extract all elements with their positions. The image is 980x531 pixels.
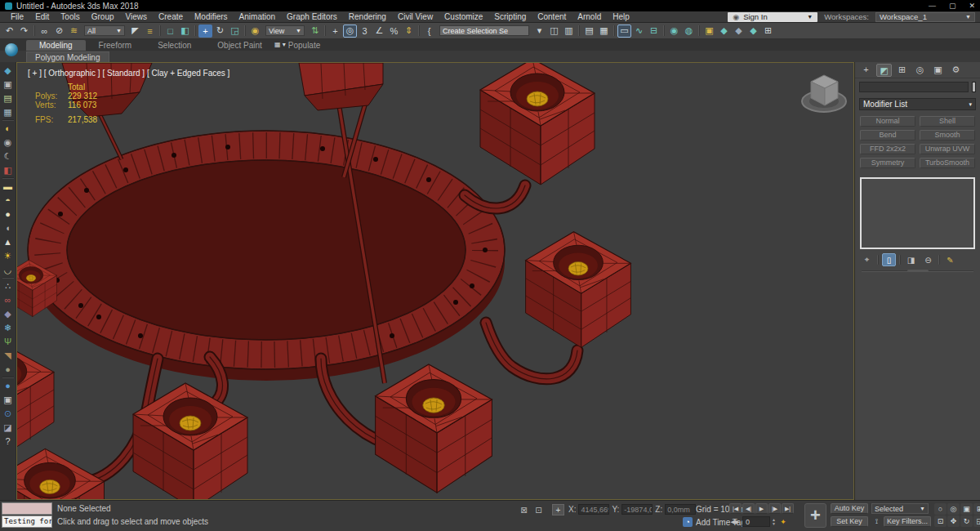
orbit-icon[interactable]: ↻ [960, 515, 973, 527]
go-to-end-button[interactable]: ▶| [782, 503, 794, 514]
next-frame-button[interactable]: |▶ [768, 503, 781, 514]
zoom-extents-icon[interactable]: ▣ [960, 503, 973, 515]
menu-arnold[interactable]: Arnold [572, 12, 607, 21]
menu-group[interactable]: Group [86, 12, 120, 21]
pan-icon[interactable]: ✥ [947, 515, 960, 527]
ffd-2x2x2-button[interactable]: FFD 2x2x2 [860, 144, 915, 154]
particles-icon[interactable]: ∴ [2, 279, 15, 292]
viewport[interactable]: [ + ] [ Orthographic ] [ Standard ] [ Cl… [16, 62, 854, 500]
zoom-extents-all-icon[interactable]: ⊞ [973, 503, 980, 515]
panel-divider[interactable] [862, 270, 973, 272]
select-and-rotate-icon[interactable]: ↻ [213, 25, 227, 38]
workspace-grid-icon[interactable]: ⊞ [761, 25, 775, 38]
molecule-icon[interactable]: ∞ [2, 293, 15, 306]
select-object-icon[interactable]: ◤ [128, 25, 142, 38]
menu-modifiers[interactable]: Modifiers [189, 12, 234, 21]
menu-content[interactable]: Content [532, 12, 572, 21]
maxscript-listener-line[interactable]: Testing for i [2, 515, 52, 528]
spreadsheet-icon[interactable]: ▦ [2, 105, 15, 118]
play-button[interactable]: ▶ [755, 503, 768, 514]
activeshade-icon[interactable]: ◆ [746, 25, 760, 38]
key-set-dropdown[interactable]: Selected ▼ [871, 503, 929, 514]
auto-key-button[interactable]: Auto Key [831, 503, 868, 514]
bend-button[interactable]: Bend [860, 130, 915, 141]
menu-rendering[interactable]: Rendering [343, 12, 392, 21]
render-preview-icon[interactable]: ▣ [2, 78, 15, 91]
unwrap-uvw-button[interactable]: Unwrap UVW [920, 144, 975, 154]
previous-frame-button[interactable]: ◀| [742, 503, 755, 514]
display-tab-icon[interactable]: ▣ [930, 64, 946, 77]
select-by-name-icon[interactable]: ≡ [143, 25, 157, 38]
bird-icon[interactable]: ◥ [2, 349, 15, 362]
dome-primitive-icon[interactable]: ◓ [2, 194, 15, 207]
object-name-field[interactable] [859, 82, 969, 92]
render-iterative-icon[interactable]: ◆ [732, 25, 746, 38]
menu-civil-view[interactable]: Civil View [392, 12, 439, 21]
spinner-snap-icon[interactable]: ⇕ [402, 25, 416, 38]
y-coordinate-field[interactable]: -19874,05 [621, 504, 653, 515]
ribbon-tab-selection[interactable]: Selection [145, 40, 204, 51]
motion-tab-icon[interactable]: ◎ [912, 64, 928, 77]
shell-button[interactable]: Shell [920, 116, 975, 127]
menu-edit[interactable]: Edit [29, 12, 55, 21]
select-and-link-icon[interactable]: ∞ [38, 25, 51, 38]
rectangular-selection-region-icon[interactable]: □ [163, 25, 177, 38]
menu-graph-editors[interactable]: Graph Editors [281, 12, 343, 21]
ribbon-tab-modeling[interactable]: Modeling [26, 40, 86, 51]
teapot-primitive-icon[interactable]: ◖ [2, 221, 15, 234]
cutter-icon[interactable]: ◪ [2, 421, 15, 434]
clapper-icon[interactable]: ◧ [2, 163, 15, 176]
sphere-primitive-icon[interactable]: ● [2, 207, 15, 221]
named-sets-dropdown-icon[interactable]: ▾ [532, 25, 546, 38]
current-frame-field[interactable]: 0 [742, 516, 770, 527]
menu-views[interactable]: Views [120, 12, 154, 21]
select-and-scale-icon[interactable]: ◲ [228, 25, 242, 38]
modifier-list-dropdown[interactable]: Modifier List ▾ [859, 98, 976, 110]
redo-icon[interactable]: ↷ [17, 25, 31, 38]
go-to-start-button[interactable]: |◀ [729, 503, 742, 514]
ribbon-overflow-icon[interactable]: ▦ ▾ [268, 40, 292, 49]
rendered-frame-window-icon[interactable]: ▣ [702, 25, 716, 38]
menu-file[interactable]: File [5, 12, 29, 21]
unlink-selection-icon[interactable]: ⊘ [52, 25, 66, 38]
mirror-icon[interactable]: ◫ [547, 25, 561, 38]
frame-spinner[interactable]: ▲ ▼ [772, 518, 776, 526]
render-setup-icon[interactable]: ◍ [682, 25, 696, 38]
reference-coordinate-dropdown[interactable]: View ▼ [265, 25, 305, 36]
help-icon[interactable]: ? [2, 435, 15, 448]
normal-button[interactable]: Normal [860, 116, 915, 127]
smooth-button[interactable]: Smooth [920, 130, 975, 141]
zoom-region-icon[interactable]: ⊡ [934, 515, 947, 527]
z-coordinate-field[interactable]: 0,0mm [665, 504, 696, 515]
material-editor-icon[interactable]: ◉ [667, 25, 681, 38]
select-and-move-icon[interactable]: + [198, 25, 212, 38]
render-teapot-icon[interactable]: ◆ [2, 64, 15, 77]
isolate-selection-icon[interactable]: ⊠ [518, 504, 530, 515]
object-color-swatch[interactable] [972, 82, 976, 92]
pin-stack-icon[interactable]: ⌖ [860, 253, 874, 266]
selection-lock-icon[interactable]: ⊡ [532, 504, 545, 515]
close-button[interactable]: ✕ [969, 2, 975, 10]
symmetry-button[interactable]: Symmetry [860, 158, 915, 168]
layer-explorer-icon[interactable]: ▦ [597, 25, 611, 38]
viewport-label[interactable]: [ + ] [ Orthographic ] [ Standard ] [ Cl… [28, 69, 229, 78]
sign-in-button[interactable]: ◉ Sign In ▼ [728, 12, 817, 22]
snow-icon[interactable]: ❄ [2, 321, 15, 334]
selection-filter-dropdown[interactable]: All ▼ [84, 25, 125, 36]
align-icon[interactable]: ▥ [562, 25, 576, 38]
workspace-dropdown[interactable]: Workspace_1 ▼ [875, 12, 975, 22]
bind-to-space-warp-icon[interactable]: ≋ [67, 25, 81, 38]
zoom-icon[interactable]: ○ [934, 503, 947, 515]
key-filters-button[interactable]: Key Filters... [884, 516, 931, 527]
show-end-result-icon[interactable]: ▯ [882, 253, 896, 266]
angle-snap-icon[interactable]: ∠ [372, 25, 386, 38]
toggle-ribbon-icon[interactable]: ▭ [617, 25, 631, 38]
ribbon-tab-freeform[interactable]: Freeform [86, 40, 145, 51]
set-key-button[interactable]: Set Key [831, 516, 868, 527]
cone-primitive-icon[interactable]: ▲ [2, 235, 15, 248]
ribbon-tab-object-paint[interactable]: Object Paint [204, 40, 274, 51]
modifier-stack[interactable] [860, 177, 975, 249]
key-filter-toggle-icon[interactable]: ⟟ [871, 516, 882, 527]
polygon-modeling-panel-tab[interactable]: Polygon Modeling [26, 51, 109, 62]
light-icon[interactable]: ◐ [2, 122, 15, 135]
